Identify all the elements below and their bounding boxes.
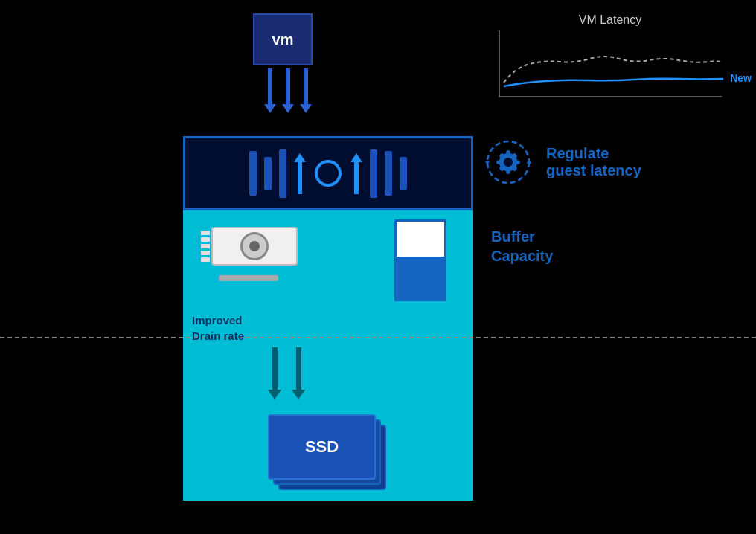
drain-arrows: [268, 347, 305, 399]
io-bar-4: [370, 149, 377, 198]
regulate-text: Regulate guest latency: [546, 145, 641, 179]
arrow-down-2: [282, 68, 294, 113]
chart-area: New: [499, 30, 722, 97]
latency-title: VM Latency: [491, 13, 729, 27]
latency-chart: VM Latency New: [491, 13, 729, 110]
io-bar-2: [264, 157, 272, 190]
io-controller-box: [183, 136, 473, 210]
arrow-up-2: [350, 153, 362, 194]
gpu-icon: [201, 227, 298, 275]
drain-arrow-1: [268, 347, 281, 399]
arrow-down-1: [264, 68, 276, 113]
svg-point-4: [504, 158, 513, 167]
arrow-up-1: [294, 153, 306, 194]
gear-icon: [482, 136, 534, 188]
regulate-section: Regulate guest latency: [482, 136, 641, 188]
vm-box: vm: [253, 13, 313, 65]
ssd-label: SSD: [305, 437, 339, 457]
svg-rect-6: [506, 167, 510, 174]
dashed-divider-line: [0, 337, 756, 338]
latency-svg: [500, 30, 723, 97]
io-bar-5: [385, 151, 392, 196]
vm-label: vm: [272, 31, 294, 48]
buffer-capacity-bar: [394, 219, 446, 301]
io-bar-6: [400, 157, 407, 190]
drain-arrow-2: [292, 347, 305, 399]
drain-rate-text: Improved Drain rate: [192, 312, 244, 344]
buffer-fill: [397, 257, 444, 299]
io-bar-1: [249, 151, 257, 196]
io-bar-3: [279, 149, 286, 198]
svg-rect-8: [513, 160, 520, 164]
buffer-capacity-label: Buffer Capacity: [491, 227, 553, 266]
svg-rect-7: [496, 160, 503, 164]
ssd-stack: SSD: [266, 413, 400, 502]
svg-rect-5: [506, 150, 510, 157]
io-circle: [315, 160, 342, 187]
gpu-area: [201, 227, 298, 275]
svg-marker-2: [485, 161, 490, 164]
arrow-down-3: [300, 68, 312, 113]
ssd-card-front: SSD: [268, 414, 376, 480]
io-arrows-up: [294, 153, 362, 194]
chart-new-label: New: [730, 72, 752, 84]
svg-marker-1: [527, 160, 532, 164]
vm-arrows-down: [264, 68, 312, 113]
